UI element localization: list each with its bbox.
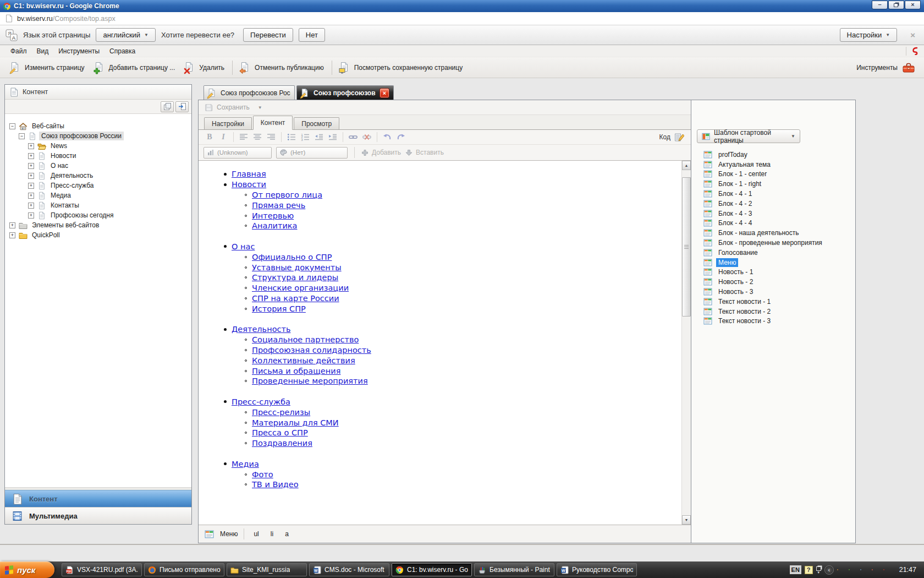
submenu-link[interactable]: Аналитика <box>252 221 298 230</box>
submenu-link[interactable]: От первого лица <box>252 190 322 199</box>
taskbar-button-3[interactable]: WCMS.doc - Microsoft ... <box>309 563 389 576</box>
taskbar-button-1[interactable]: Письмо отправлено ... <box>144 563 224 576</box>
expand-icon[interactable]: + <box>28 173 34 179</box>
template-item-0[interactable]: profToday <box>703 150 855 160</box>
template-item-9[interactable]: Блок - проведенные мероприятия <box>703 238 855 248</box>
view-tab-1[interactable]: Контент <box>253 116 293 130</box>
menu-document[interactable]: ГлавнаяНовостиОт первого лицаПрямая речь… <box>199 161 681 525</box>
insert-button[interactable]: Вставить <box>405 149 444 156</box>
settings-dropdown-button[interactable]: Настройки▼ <box>840 28 898 42</box>
locate-in-tree-button[interactable] <box>175 101 189 112</box>
close-infobar-icon[interactable]: × <box>910 30 915 40</box>
tree-item-10[interactable]: +Элементы веб-сайтов <box>5 220 191 230</box>
template-item-14[interactable]: Новость - 3 <box>703 287 855 297</box>
align-right-button[interactable] <box>265 131 278 143</box>
hide-icons-chevron-icon[interactable]: ‹ <box>824 565 834 575</box>
expand-icon[interactable]: + <box>28 183 34 189</box>
scroll-up-icon[interactable]: ▲ <box>682 161 691 170</box>
template-item-2[interactable]: Блок - 1 - center <box>703 170 855 179</box>
submenu-link[interactable]: Письма и обращения <box>252 367 340 375</box>
shield-icon[interactable] <box>883 565 892 574</box>
taskbar-button-0[interactable]: PDFVSX-421RU.pdf (3А... <box>62 563 142 576</box>
scrollbar-track[interactable] <box>682 170 691 515</box>
tree-item-11[interactable]: +QuickPoll <box>5 230 191 240</box>
expand-icon[interactable]: + <box>28 153 34 159</box>
tree-item-8[interactable]: +Контакты <box>5 200 191 210</box>
taskbar-button-2[interactable]: Site_KMI_russia <box>227 563 307 576</box>
expand-icon[interactable]: + <box>9 232 15 238</box>
block-format-select[interactable]: (Unknown) <box>204 147 272 159</box>
element-path-li[interactable]: li <box>267 530 277 538</box>
expand-icon[interactable]: + <box>28 163 34 169</box>
list-ul-button[interactable] <box>285 131 298 143</box>
template-item-15[interactable]: Текст новости - 1 <box>703 297 855 307</box>
menu-item-3[interactable]: Справка <box>105 47 140 55</box>
window-restore-tray-icon[interactable]: ▼ <box>816 566 821 574</box>
translate-button[interactable]: Перевести <box>243 28 293 42</box>
submenu-link[interactable]: История СПР <box>252 304 306 313</box>
template-item-1[interactable]: Актуальная тема <box>703 160 855 170</box>
template-item-12[interactable]: Новость - 1 <box>703 268 855 277</box>
menu-item-2[interactable]: Инструменты <box>53 47 105 55</box>
submenu-link[interactable]: Официально о СПР <box>252 253 332 261</box>
list-ol-button[interactable]: 123 <box>299 131 312 143</box>
outdent-button[interactable] <box>312 131 326 143</box>
close-tab-button[interactable]: × <box>380 88 389 98</box>
toolbar-button-1[interactable]: Добавить страницу ... <box>90 59 180 75</box>
help-note-icon[interactable]: ? <box>805 566 813 574</box>
view-tab-0[interactable]: Настройки <box>204 117 252 129</box>
redo-button[interactable] <box>394 131 408 143</box>
template-item-6[interactable]: Блок - 4 - 3 <box>703 209 855 219</box>
submenu-link[interactable]: Членские организации <box>252 283 349 292</box>
undo-button[interactable] <box>381 131 394 143</box>
tree-item-9[interactable]: +Профсоюзы сегодня <box>5 210 191 220</box>
submenu-link[interactable]: Интервью <box>252 211 294 220</box>
template-item-8[interactable]: Блок - наша деятельность <box>703 228 855 238</box>
element-path-a[interactable]: a <box>282 530 292 538</box>
opera-icon[interactable] <box>872 565 881 574</box>
submenu-link[interactable]: Проведенные мероприятия <box>252 377 368 385</box>
collapse-all-button[interactable] <box>161 101 174 112</box>
menu-link[interactable]: Главная <box>232 170 266 178</box>
template-item-7[interactable]: Блок - 4 - 4 <box>703 219 855 228</box>
menu-link[interactable]: Деятельность <box>232 325 290 334</box>
code-button[interactable]: Код <box>659 133 670 141</box>
toolbar-button-2[interactable]: Удалить <box>180 59 229 75</box>
expand-icon[interactable]: + <box>28 143 34 149</box>
collapse-icon[interactable]: − <box>19 133 25 139</box>
tree-item-5[interactable]: +Деятельность <box>5 171 191 181</box>
bold-button[interactable]: B <box>203 131 216 143</box>
chevron-down-icon[interactable]: ▼ <box>258 105 262 110</box>
menu-link[interactable]: О нас <box>232 242 255 251</box>
template-dropdown[interactable]: Шаблон стартовой страницы ▼ <box>697 129 800 143</box>
template-item-4[interactable]: Блок - 4 - 1 <box>703 189 855 199</box>
collapse-icon[interactable]: − <box>9 123 15 129</box>
element-path-ul[interactable]: ul <box>250 530 262 538</box>
menu-link[interactable]: Медиа <box>232 460 259 468</box>
tree-item-4[interactable]: +О нас <box>5 161 191 171</box>
taskbar-button-5[interactable]: Безымянный - Paint <box>474 563 554 576</box>
perspective-tab-0[interactable]: Контент <box>5 490 191 507</box>
close-button[interactable]: × <box>905 1 921 9</box>
toolbar-button-0[interactable]: Изменить страницу <box>6 59 90 75</box>
taskbar-button-6[interactable]: WРуководство Compo... <box>557 563 637 576</box>
minimize-button[interactable]: – <box>872 1 888 9</box>
submenu-link[interactable]: СПР на карте России <box>252 294 339 303</box>
template-item-5[interactable]: Блок - 4 - 2 <box>703 199 855 209</box>
menu-item-1[interactable]: Вид <box>32 47 54 55</box>
align-left-button[interactable] <box>237 131 250 143</box>
menu-item-0[interactable]: Файл <box>6 47 32 55</box>
submenu-link[interactable]: Уставные документы <box>252 263 342 272</box>
scrollbar-thumb[interactable] <box>682 177 691 317</box>
submenu-link[interactable]: Поздравления <box>252 439 312 448</box>
monitor-icon[interactable] <box>860 565 869 574</box>
start-button[interactable]: пуск <box>0 561 54 578</box>
tree-item-7[interactable]: +Медиа <box>5 190 191 200</box>
css-class-select[interactable]: (Нет) <box>276 147 348 159</box>
url-bar[interactable]: bv.wiserv.ru/Composite/top.aspx <box>0 12 924 25</box>
expand-icon[interactable]: + <box>9 222 15 228</box>
tree-item-2[interactable]: +News <box>5 141 191 151</box>
save-button[interactable]: Сохранить <box>217 103 250 111</box>
taskbar-button-4[interactable]: C1: bv.wiserv.ru - Go... <box>392 563 472 576</box>
add-button[interactable]: Добавить <box>361 149 401 156</box>
